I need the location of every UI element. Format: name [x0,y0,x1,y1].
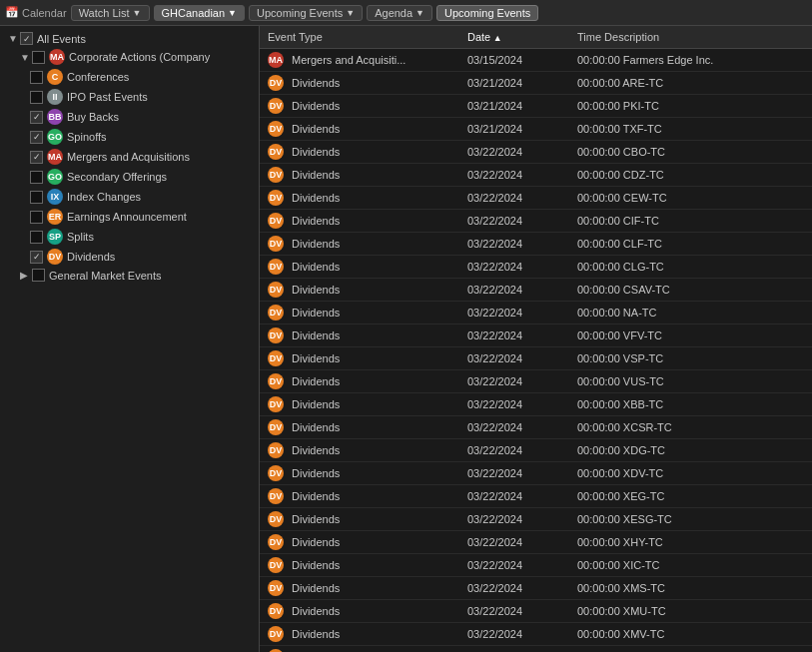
root-label: All Events [37,33,86,45]
table-row[interactable]: DVDividends03/22/202400:00:00 CIF-TC [260,210,812,233]
col-event-type[interactable]: Event Type [260,29,459,45]
table-row[interactable]: DVDividends03/22/202400:00:00 CLG-TC [260,256,812,279]
root-checkbox[interactable] [20,32,33,45]
table-row[interactable]: DVDividends03/22/202400:00:00 NA-TC [260,302,812,325]
table-row[interactable]: DVDividends03/22/202400:00:00 XMS-TC [260,577,812,600]
table-row[interactable]: DVDividends03/22/202400:00:00 XMU-TC [260,600,812,623]
col-time-desc[interactable]: Time Description [569,29,812,45]
table-row[interactable]: DVDividends03/22/202400:00:00 VSP-TC [260,347,812,370]
table-row[interactable]: DVDividends03/22/202400:00:00 XEG-TC [260,485,812,508]
corp-badge: MA [49,49,65,65]
table-header: Event Type Date Time Description [260,26,812,49]
table-row[interactable]: DVDividends03/22/202400:00:00 XESG-TC [260,508,812,531]
row-event-label: Dividends [292,146,340,158]
td-event-type: DVDividends [260,348,459,368]
item-checkbox[interactable] [30,251,43,264]
td-time-desc: 00:00:00 XDV-TC [569,463,812,483]
td-date: 03/22/2024 [459,303,569,323]
calendar-button[interactable]: 📅 Calendar [5,6,67,19]
item-checkbox[interactable] [30,91,43,104]
tree-item[interactable]: CConferences [0,67,259,87]
table-row[interactable]: DVDividends03/21/202400:00:00 PKI-TC [260,95,812,118]
corp-checkbox[interactable] [32,51,45,64]
tree-item[interactable]: IIIPO Past Events [0,87,259,107]
row-event-label: Dividends [292,307,340,319]
td-event-type: DVDividends [260,371,459,391]
item-checkbox[interactable] [30,191,43,204]
table-row[interactable]: DVDividends03/22/202400:00:00 XCSR-TC [260,416,812,439]
row-badge: DV [268,603,284,619]
item-badge: SP [47,229,63,245]
watchlist-value-dropdown[interactable]: GHCanadian ▼ [154,5,246,21]
table-row[interactable]: DVDividends03/22/202400:00:00 XMV-TC [260,623,812,646]
root-all-events[interactable]: ▼ All Events [0,30,259,47]
item-checkbox[interactable] [30,171,43,184]
table-row[interactable]: DVDividends03/22/202400:00:00 CBO-TC [260,141,812,164]
watchlist-dropdown[interactable]: Watch List ▼ [71,5,150,21]
table-row[interactable]: DVDividends03/22/202400:00:00 VFV-TC [260,325,812,347]
row-badge: DV [268,580,284,596]
row-event-label: Dividends [292,123,340,135]
root-toggle: ▼ [8,33,20,44]
col-date[interactable]: Date [459,29,569,45]
table-row[interactable]: DVDividends03/22/202400:00:00 XIC-TC [260,554,812,577]
calendar-icon: 📅 [5,6,19,19]
table-row[interactable]: DVDividends03/22/202400:00:00 XSAB-TC [260,646,812,652]
tree-item[interactable]: DVDividends [0,247,259,267]
agenda-dropdown[interactable]: Agenda ▼ [367,5,432,21]
td-event-type: DVDividends [260,601,459,621]
tree-item[interactable]: IXIndex Changes [0,187,259,207]
table-row[interactable]: DVDividends03/22/202400:00:00 XHY-TC [260,531,812,554]
upcoming-events-arrow: ▼ [346,8,355,18]
item-checkbox[interactable] [30,231,43,244]
group-corporate-actions[interactable]: ▼ MA Corporate Actions (Company [0,47,259,67]
td-date: 03/21/2024 [459,119,569,139]
row-event-label: Dividends [292,77,340,89]
upcoming-events-dropdown[interactable]: Upcoming Events ▼ [249,5,363,21]
tree-item[interactable]: MAMergers and Acquisitions [0,147,259,167]
td-time-desc: 00:00:00 TXF-TC [569,119,812,139]
item-label: Conferences [67,71,129,83]
td-date: 03/22/2024 [459,509,569,529]
item-checkbox[interactable] [30,111,43,124]
table-row[interactable]: DVDividends03/22/202400:00:00 CEW-TC [260,187,812,210]
row-badge: MA [268,52,284,68]
item-checkbox[interactable] [30,131,43,144]
table-row[interactable]: MAMergers and Acquisiti...03/15/202400:0… [260,49,812,72]
tree-item[interactable]: EREarnings Announcement [0,207,259,227]
table-row[interactable]: DVDividends03/22/202400:00:00 XDV-TC [260,462,812,485]
tree-item[interactable]: GOSpinoffs [0,127,259,147]
tree-item[interactable]: GOSecondary Offerings [0,167,259,187]
td-event-type: DVDividends [260,165,459,185]
tree-item[interactable]: BBBuy Backs [0,107,259,127]
item-label: Buy Backs [67,111,119,123]
watchlist-arrow: ▼ [133,8,142,18]
active-tab-button[interactable]: Upcoming Events [436,5,538,21]
tree-item[interactable]: SPSplits [0,227,259,247]
table-row[interactable]: DVDividends03/22/202400:00:00 CLF-TC [260,233,812,256]
item-checkbox[interactable] [30,151,43,164]
item-badge: GO [47,129,63,145]
row-badge: DV [268,511,284,527]
row-event-label: Dividends [292,421,340,433]
table-row[interactable]: DVDividends03/22/202400:00:00 XBB-TC [260,393,812,416]
item-checkbox[interactable] [30,71,43,84]
td-date: 03/22/2024 [459,417,569,437]
general-checkbox[interactable] [32,269,45,282]
table-row[interactable]: DVDividends03/22/202400:00:00 VUS-TC [260,370,812,393]
agenda-arrow: ▼ [415,8,424,18]
td-event-type: DVDividends [260,509,459,529]
row-badge: DV [268,190,284,206]
table-row[interactable]: DVDividends03/22/202400:00:00 CDZ-TC [260,164,812,187]
table-row[interactable]: DVDividends03/21/202400:00:00 TXF-TC [260,118,812,141]
table-row[interactable]: DVDividends03/22/202400:00:00 CSAV-TC [260,279,812,302]
td-event-type: DVDividends [260,532,459,552]
active-tab-label: Upcoming Events [444,7,530,19]
table-row[interactable]: DVDividends03/22/202400:00:00 XDG-TC [260,439,812,462]
group-general-market[interactable]: ▶ General Market Events [0,267,259,284]
td-time-desc: 00:00:00 VSP-TC [569,348,812,368]
item-badge: MA [47,149,63,165]
table-row[interactable]: DVDividends03/21/202400:00:00 ARE-TC [260,72,812,95]
item-checkbox[interactable] [30,211,43,224]
td-event-type: DVDividends [260,142,459,162]
